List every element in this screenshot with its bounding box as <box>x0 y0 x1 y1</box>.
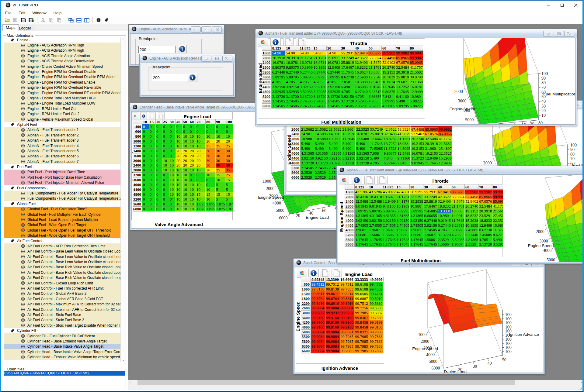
map-cell[interactable]: 0 <box>156 177 162 182</box>
map-cell[interactable]: 32.5484 <box>424 136 438 141</box>
maximize-button[interactable] <box>201 26 211 33</box>
map-cell[interactable]: 12.9409 <box>327 65 340 70</box>
map-cell[interactable]: 10 <box>189 134 196 139</box>
map-cell[interactable]: 21.5682 <box>328 127 342 132</box>
map-cell[interactable]: 33.7249 <box>369 127 383 132</box>
map-cell[interactable]: 0 <box>156 197 162 202</box>
map-cell[interactable]: 53.3324 <box>368 56 382 60</box>
map-cell[interactable]: 1.5686 <box>410 232 423 237</box>
tree-item[interactable]: Air Fuel Control - Closed Loop Rich Limi… <box>4 280 121 286</box>
map-cell[interactable]: 0 <box>149 192 156 197</box>
map-cell[interactable]: 54.90 <box>313 51 327 56</box>
map-cell[interactable]: 10 <box>169 192 176 197</box>
map-cell[interactable]: 0 <box>176 129 182 134</box>
map-cell[interactable]: 10 <box>176 134 182 139</box>
tree-item[interactable]: Gloabal Fuel - Fuel Calculated Time? <box>4 207 121 212</box>
map-cell[interactable]: 10.1959 <box>313 65 327 70</box>
map-cell[interactable]: 99.7985 <box>340 339 355 344</box>
map-cell[interactable]: 10 <box>169 168 176 173</box>
map-cell[interactable]: 17.6467 <box>340 65 354 70</box>
map-cell[interactable]: 10 <box>182 187 189 192</box>
scroll-right-icon[interactable]: › <box>579 380 584 385</box>
map-cell[interactable]: 54.90 <box>299 51 313 56</box>
map-cell[interactable]: 99.6505 <box>354 291 369 296</box>
map-cell[interactable]: 99.9160 <box>325 320 340 325</box>
map-cell[interactable]: 15 <box>216 192 225 197</box>
colormap-button[interactable] <box>297 269 307 278</box>
map-cell[interactable]: 67.4498 <box>411 127 424 132</box>
map-cell[interactable]: 54.90 <box>327 51 340 56</box>
map-cell[interactable]: 0 <box>149 168 156 173</box>
map-cell[interactable]: 5.490 <box>356 141 369 146</box>
map-cell[interactable]: 67.8419 <box>437 190 451 194</box>
map-cell[interactable]: 10 <box>176 192 182 197</box>
map-cell[interactable]: 2.74505 <box>285 104 299 108</box>
map-cell[interactable]: 33.7249 <box>340 56 354 60</box>
maximize-button[interactable] <box>212 56 222 62</box>
map-cell[interactable]: 9.41160 <box>397 156 411 161</box>
menu-file[interactable]: File <box>2 10 15 15</box>
tree-item[interactable]: AlphaN - Fuel Transient adder 4 <box>4 143 121 148</box>
map-cell[interactable]: 21.5682 <box>438 141 452 146</box>
map-cell[interactable]: 10 <box>182 177 189 182</box>
menu-window[interactable]: Window <box>29 10 49 15</box>
map-cell[interactable]: 4.31365 <box>355 213 368 218</box>
map-cell[interactable]: 52.9402 <box>465 199 478 204</box>
map-cell[interactable]: 0 <box>169 202 176 207</box>
map-cell[interactable]: 20 <box>216 139 225 144</box>
map-cell[interactable]: 4.31365 <box>328 151 342 156</box>
map-cell[interactable]: 10 <box>182 134 189 139</box>
tree-item[interactable]: Air Fuel Control - Global AFR Base 2 <box>4 291 121 296</box>
map-cell[interactable]: 20 <box>189 163 196 168</box>
map-cell[interactable]: 2.3529 <box>465 242 478 247</box>
map-cell[interactable]: 2.3529 <box>437 237 451 242</box>
map-cell[interactable]: 10 <box>189 139 196 144</box>
map-cell[interactable]: 12.9409 <box>478 223 492 228</box>
minimize-button[interactable] <box>541 1 555 10</box>
window-titlebar[interactable]: VFAlphaN - Fuel Transient adder 3 @ 8966… <box>337 166 584 174</box>
map-cell[interactable]: 12.9409 <box>424 156 438 161</box>
map-cell[interactable]: 0 <box>162 139 169 144</box>
map-cell[interactable]: 10 <box>182 197 189 202</box>
map-cell[interactable]: 99.8916 <box>311 301 325 306</box>
map-cell[interactable]: 0 <box>169 134 176 139</box>
map-cell[interactable]: 10 <box>206 197 215 202</box>
map-cell[interactable]: 3.92150 <box>368 218 382 223</box>
map-cell[interactable]: 3.13720 <box>313 94 327 99</box>
tree-category[interactable]: Fuel Components - <box>4 185 121 191</box>
map-cell[interactable]: 32.5484 <box>478 204 492 209</box>
map-cell[interactable]: 0 <box>142 134 149 139</box>
map-cell[interactable]: 6.27440 <box>354 89 368 94</box>
map-cell[interactable]: 3.92150 <box>382 218 396 223</box>
map-cell[interactable]: 5.09795 <box>395 104 409 108</box>
tree-item[interactable]: Engine - ACIS Activation RPM High <box>4 43 121 48</box>
map-cell[interactable]: 0 <box>162 182 169 187</box>
map-cell[interactable]: 0 <box>206 124 215 129</box>
map-cell[interactable]: 20 <box>176 149 182 153</box>
map-cell[interactable]: 99.7833 <box>369 344 384 349</box>
map-cell[interactable]: 0 <box>149 173 156 177</box>
map-cell[interactable]: 1.9607 <box>451 242 465 247</box>
tree-item[interactable]: Air Fuel Control - Fuel Trim corrected A… <box>4 286 121 291</box>
map-cell[interactable]: 12.9409 <box>368 80 382 84</box>
map-cell[interactable]: 99.8199 <box>369 320 384 325</box>
map-cell[interactable]: 22.3525 <box>438 151 452 156</box>
map-cell[interactable]: 18.8232 <box>354 65 368 70</box>
paste-icon[interactable] <box>55 17 63 23</box>
map-cell[interactable]: 4.705 <box>313 80 327 84</box>
map-cell[interactable]: 4.705 <box>327 80 340 84</box>
map-cell[interactable]: 6.27440 <box>327 70 340 75</box>
map-cell[interactable]: 10 <box>189 207 196 211</box>
map-cell[interactable]: 52.9402 <box>382 60 395 65</box>
map-cell[interactable]: 5.490 <box>356 146 369 151</box>
map-cell[interactable]: 2.74505 <box>272 104 285 108</box>
map-cell[interactable]: 15.2938 <box>465 218 478 223</box>
map-cell[interactable]: 5.88225 <box>409 99 423 104</box>
map-cell[interactable]: 99.9982 <box>409 56 423 60</box>
map-cell[interactable]: 0 <box>196 124 206 129</box>
map-cell[interactable]: 7.45085 <box>465 228 478 233</box>
map-cell[interactable]: 19.2153 <box>411 146 424 151</box>
map-cell[interactable]: 14.5095 <box>314 132 328 137</box>
map-cell[interactable]: 11.7645 <box>342 136 356 141</box>
map-cell[interactable]: 26.2740 <box>465 204 478 209</box>
